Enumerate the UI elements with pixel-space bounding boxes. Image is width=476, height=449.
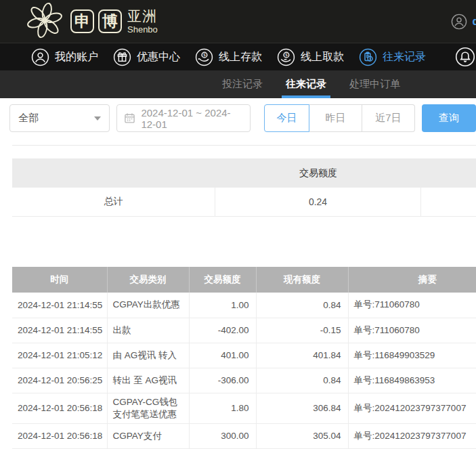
cell-type: CGPAY出款优惠 — [107, 293, 189, 318]
brand-logo[interactable]: 申 博 亚洲 Shenbo — [24, 1, 158, 42]
hand-coin-deposit-icon: $ — [195, 48, 213, 66]
cell-balance: 306.84 — [256, 393, 348, 423]
table-row: 2024-12-01 20:56:25 转出 至 AG视讯 -306.00 0.… — [12, 368, 476, 393]
nav-item-my-account[interactable]: 我的账户 — [31, 48, 98, 66]
col-header-memo: 摘要 — [348, 267, 476, 293]
top-header: 申 博 亚洲 Shenbo qh — [0, 0, 476, 43]
section-divider — [12, 145, 476, 146]
brand-region: 亚洲 — [127, 9, 158, 23]
table-row: 2024-12-01 20:56:18 CGPAY-CG钱包支付笔笔送优惠 1.… — [12, 393, 476, 423]
type-select[interactable]: 全部 — [9, 104, 110, 132]
filter-row: 全部 2024-12-01 ~ 2024-12-01 今日 昨日 近7日 查询 — [9, 104, 476, 132]
svg-text:$: $ — [203, 53, 206, 57]
cell-amount: 1.00 — [189, 293, 256, 318]
cell-memo: 单号:711060780 — [348, 293, 476, 318]
table-row: 2024-12-01 21:05:12 由 AG视讯 转入 401.00 401… — [12, 343, 476, 368]
nav-item-transaction-records[interactable]: 往来记录 — [359, 48, 426, 66]
avatar-icon — [451, 14, 467, 30]
cell-time: 2024-12-01 20:56:25 — [12, 368, 107, 393]
today-button[interactable]: 今日 — [264, 104, 309, 132]
hand-coin-withdraw-icon: $ — [277, 48, 295, 66]
col-header-type: 交易类别 — [107, 267, 189, 293]
gift-icon — [113, 48, 131, 66]
summary-header-spacer — [12, 158, 215, 188]
nav-item-promotions[interactable]: 优惠中心 — [113, 48, 180, 66]
nav-item-deposit[interactable]: $ 线上存款 — [195, 48, 262, 66]
svg-text:$: $ — [285, 53, 288, 57]
date-range-input[interactable]: 2024-12-01 ~ 2024-12-01 — [116, 104, 251, 132]
search-button[interactable]: 查询 — [422, 104, 476, 132]
cell-time: 2024-12-01 20:56:18 — [12, 423, 107, 448]
transaction-records-page: 申 博 亚洲 Shenbo qh — [0, 0, 476, 449]
nav-item-label: 线上取款 — [301, 50, 344, 64]
summary-header-amount: 交易额度 — [215, 158, 421, 188]
type-select-value: 全部 — [18, 112, 39, 125]
col-header-amount: 交易额度 — [189, 267, 256, 293]
cell-time: 2024-12-01 21:14:55 — [12, 318, 107, 343]
brand-char-shen: 申 — [70, 9, 94, 33]
brand-region-block: 亚洲 Shenbo — [127, 9, 158, 34]
notifications-bell-icon[interactable] — [455, 47, 475, 67]
summary-header-row: 交易额度 — [12, 158, 476, 188]
records-header-row: 时间 交易类别 交易额度 现有额度 摘要 — [12, 267, 476, 293]
nav-item-label: 我的账户 — [55, 50, 98, 64]
tab-transaction-records[interactable]: 往来记录 — [286, 70, 326, 98]
calendar-icon — [124, 112, 135, 124]
cell-type: 出款 — [107, 318, 189, 343]
cell-time: 2024-12-01 21:05:12 — [12, 343, 107, 368]
user-icon — [31, 48, 49, 66]
brand-char-bo: 博 — [98, 9, 122, 33]
summary-total-label: 总计 — [12, 188, 215, 216]
col-header-balance: 现有额度 — [256, 267, 348, 293]
table-row: 2024-12-01 20:56:18 CGPAY支付 300.00 305.0… — [12, 423, 476, 448]
nav-item-label: 线上存款 — [219, 50, 262, 64]
tab-pending-orders[interactable]: 处理中订单 — [349, 70, 400, 98]
summary-total-row: 总计 0.24 — [12, 188, 476, 217]
col-header-time: 时间 — [12, 267, 107, 293]
date-range-value: 2024-12-01 ~ 2024-12-01 — [141, 107, 243, 130]
cell-balance: 0.84 — [256, 293, 348, 318]
cell-memo: 单号:711060780 — [348, 318, 476, 343]
cell-amount: 401.00 — [189, 343, 256, 368]
cell-type: 转出 至 AG视讯 — [107, 368, 189, 393]
main-nav: 我的账户 优惠中心 $ — [0, 43, 476, 70]
summary-total-value: 0.24 — [215, 188, 421, 216]
cell-amount: -306.00 — [189, 368, 256, 393]
cell-time: 2024-12-01 20:56:18 — [12, 393, 107, 423]
tab-bet-records[interactable]: 投注记录 — [222, 70, 263, 98]
nav-item-withdraw[interactable]: $ 线上取款 — [277, 48, 344, 66]
chevron-down-icon — [94, 116, 101, 121]
cell-memo: 单号:116849863953 — [348, 368, 476, 393]
nav-item-label: 优惠中心 — [137, 50, 180, 64]
cell-memo: 单号:202412023797377007 — [348, 393, 476, 423]
records-table: 时间 交易类别 交易额度 现有额度 摘要 2024-12-01 21:14:55… — [12, 267, 476, 449]
cell-type: 由 AG视讯 转入 — [107, 343, 189, 368]
quick-range-group: 今日 昨日 近7日 — [264, 104, 415, 132]
table-row: 2024-12-01 21:14:55 出款 -402.00 -0.15 单号:… — [12, 318, 476, 343]
cell-time: 2024-12-01 21:14:55 — [12, 293, 107, 318]
cell-memo: 单号:116849903529 — [348, 343, 476, 368]
cell-balance: -0.15 — [256, 318, 348, 343]
last7days-button[interactable]: 近7日 — [362, 104, 415, 132]
cell-amount: -402.00 — [189, 318, 256, 343]
cell-memo: 单号:202412023797377007 — [348, 423, 476, 448]
brand-name-en: Shenbo — [127, 25, 158, 34]
cell-balance: 401.84 — [256, 343, 348, 368]
cell-amount: 1.80 — [189, 393, 256, 423]
clipboard-clock-icon — [359, 48, 377, 66]
yesterday-button[interactable]: 昨日 — [309, 104, 362, 132]
table-row: 2024-12-01 21:14:55 CGPAY出款优惠 1.00 0.84 … — [12, 293, 476, 318]
nav-item-label: 往来记录 — [383, 50, 426, 64]
cell-type: CGPAY支付 — [107, 423, 189, 448]
cell-balance: 305.04 — [256, 423, 348, 448]
cell-amount: 300.00 — [189, 423, 256, 448]
username: qh — [472, 16, 476, 28]
cell-type: CGPAY-CG钱包支付笔笔送优惠 — [107, 393, 189, 423]
user-account-link[interactable]: qh — [451, 14, 476, 30]
flower-logo-icon — [24, 1, 65, 42]
cell-balance: 0.84 — [256, 368, 348, 393]
records-tab-bar: 投注记录 往来记录 处理中订单 — [0, 70, 476, 98]
summary-table: 交易额度 总计 0.24 — [12, 158, 476, 217]
